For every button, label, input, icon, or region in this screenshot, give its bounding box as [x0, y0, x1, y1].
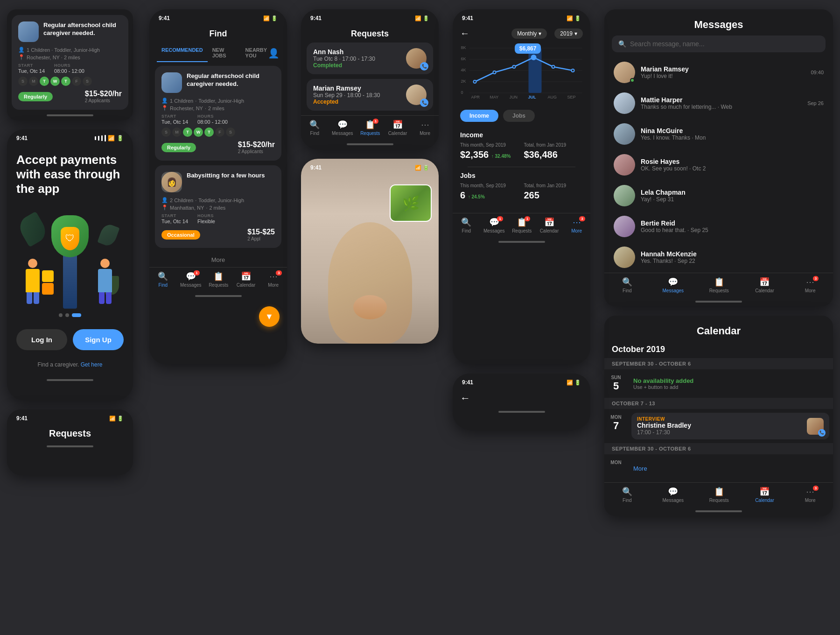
inc-nav-find[interactable]: 🔍 Find — [456, 217, 476, 233]
request-item-1[interactable]: Ann Nash Tue Otc 8 · 17:00 - 17:30 Compl… — [307, 42, 433, 74]
portrait-face — [328, 222, 412, 344]
tag-regularly[interactable]: Regularly — [18, 92, 53, 101]
msg-avatar-bertie — [614, 216, 635, 237]
find-job-card-2[interactable]: 👩 Babysitting for a few hours 👤2 Childre… — [155, 165, 281, 248]
svg-text:6K: 6K — [461, 56, 466, 61]
find-nav-icon: 🔍 — [158, 271, 168, 282]
filter-fab[interactable]: ▼ — [259, 306, 280, 327]
jobs-total-value: 265 — [524, 190, 583, 201]
find-tag-1[interactable]: Regularly — [161, 143, 196, 152]
week2-day-label: MON — [608, 415, 624, 420]
income-home-indicator — [498, 241, 545, 243]
bottom-back-arrow[interactable]: ← — [460, 392, 470, 404]
msg-calendar-label: Calendar — [755, 288, 774, 293]
find-day-M: M — [172, 127, 182, 137]
inc-nav-calendar[interactable]: 📅 Calendar — [539, 217, 560, 233]
req-messages-icon: 💬 — [337, 120, 348, 130]
cal-nav-calendar[interactable]: 📅 Calendar — [754, 487, 775, 503]
year-chevron: ▾ — [574, 30, 577, 37]
search-bar[interactable]: 🔍 Search message, name... — [612, 35, 826, 52]
inc-nav-messages[interactable]: 💬 Messages 1 — [483, 217, 505, 233]
request-status-1: Completed — [313, 62, 406, 69]
income-tab-income[interactable]: Income — [460, 110, 498, 122]
nav-messages[interactable]: 💬 Messages 1 — [180, 271, 202, 288]
msg-nav-requests[interactable]: 📋 Requests — [709, 277, 729, 293]
cal-nav-messages[interactable]: 💬 Messages — [663, 487, 684, 503]
nav-more[interactable]: ⋯ More 3 — [263, 271, 284, 288]
income-back-arrow[interactable]: ← — [460, 28, 469, 39]
phone-bottom: 9:41 📶 🔋 ← — [453, 374, 590, 430]
tab-new-jobs[interactable]: NEW JOBS — [208, 44, 241, 62]
req-nav-requests[interactable]: 📋 Requests 1 — [360, 120, 380, 136]
column-3: 9:41 📶 🔋 Requests Ann Nash Tue Otc 8 · 1… — [294, 0, 446, 635]
wifi-icon: 📶 — [108, 135, 115, 141]
inc-nav-requests[interactable]: 📋 Requests 1 — [511, 217, 532, 233]
cal-nav-find[interactable]: 🔍 Find — [617, 487, 637, 503]
msg-avatar-rosie — [614, 154, 635, 176]
find-scroll[interactable]: Regular afterschool child caregiver need… — [149, 62, 287, 267]
request-call-btn-2[interactable]: 📞 — [420, 99, 428, 107]
svg-text:SEP: SEP — [567, 95, 576, 99]
msg-item-nina[interactable]: Nina McGuire Yes. I know. Thanks · Mon — [608, 119, 829, 149]
cal-find-icon: 🔍 — [622, 487, 632, 497]
cal-nav-requests[interactable]: 📋 Requests — [709, 487, 729, 503]
msg-item-marian[interactable]: Marian Ramsey Yup! I love it! 09:40 — [608, 57, 829, 88]
year-selector[interactable]: 2019 ▾ — [554, 28, 583, 39]
income-status-icons: 📶 🔋 — [567, 15, 581, 21]
request-item-2[interactable]: Marian Ramsey Sun Sep 29 · 18:00 - 18:30… — [307, 79, 433, 111]
login-button[interactable]: Log In — [16, 329, 67, 350]
msg-find-icon: 🔍 — [622, 277, 632, 287]
profile-icon[interactable]: 👤 — [268, 48, 280, 59]
nav-calendar-label: Calendar — [237, 282, 256, 288]
find-tag-2[interactable]: Occasional — [161, 230, 200, 240]
msg-nav-messages[interactable]: 💬 Messages — [663, 277, 684, 293]
inc-nav-more[interactable]: ⋯ More 3 — [567, 217, 587, 233]
find-start-date-2: Tue, Otc 14 — [161, 219, 188, 224]
msg-nav-calendar[interactable]: 📅 Calendar — [754, 277, 775, 293]
calendar-more-btn[interactable]: More — [633, 463, 827, 474]
event-call-btn[interactable]: 📞 — [818, 429, 826, 437]
msg-more-badge: 3 — [813, 276, 819, 281]
signal-1 — [95, 136, 96, 140]
msg-nav-find[interactable]: 🔍 Find — [617, 277, 637, 293]
msg-preview-mattie: Thanks so much for lettering... · Web — [641, 104, 802, 110]
dot-1 — [59, 313, 63, 317]
tab-recommended[interactable]: RECOMMENDED — [157, 44, 208, 62]
find-day-T2: T — [204, 127, 214, 137]
get-here-link[interactable]: Get here — [81, 361, 103, 368]
find-more-btn[interactable]: More — [149, 253, 287, 267]
msg-content-rosie: Rosie Hayes OK. See you soon! · Otc 2 — [641, 158, 818, 172]
signup-button[interactable]: Sign Up — [73, 329, 124, 350]
msg-item-mattie[interactable]: Mattie Harper Thanks so much for letteri… — [608, 88, 829, 119]
msg-item-bertie[interactable]: Bertie Reid Good to hear that. · Sep 25 — [608, 211, 829, 242]
find-tabs: RECOMMENDED NEW JOBS NEARBY YOU — [149, 39, 287, 62]
nav-calendar[interactable]: 📅 Calendar — [236, 271, 256, 288]
req-nav-messages[interactable]: 💬 Messages — [332, 120, 353, 136]
income-tab-jobs[interactable]: Jobs — [503, 110, 535, 122]
week2-content[interactable]: INTERVIEW Christine Bradley 17:00 - 17:3… — [628, 409, 833, 443]
find-job-card-1[interactable]: Regular afterschool child caregiver need… — [155, 66, 281, 161]
find-day-F: F — [215, 127, 224, 137]
find-job-meta-2: 👤2 Children · Toddler, Junior-High — [161, 197, 275, 203]
req-nav-find[interactable]: 🔍 Find — [304, 120, 325, 136]
request-call-btn-1[interactable]: 📞 — [420, 62, 428, 71]
msg-item-rosie[interactable]: Rosie Hayes OK. See you soon! · Otc 2 — [608, 149, 829, 180]
msg-nav-more[interactable]: ⋯ More 3 — [800, 277, 820, 293]
calendar-nav-icon: 📅 — [241, 271, 251, 282]
total-value: $36,486 — [524, 149, 583, 160]
req-nav-more[interactable]: ⋯ More — [415, 120, 435, 136]
calendar-event[interactable]: INTERVIEW Christine Bradley 17:00 - 17:3… — [631, 413, 829, 439]
svg-point-14 — [531, 55, 537, 60]
inc-calendar-label: Calendar — [540, 228, 559, 233]
msg-item-hannah[interactable]: Hannah McKenzie Yes. Thanks! · Sep 22 — [608, 242, 829, 273]
req-nav-calendar[interactable]: 📅 Calendar — [387, 120, 408, 136]
month-selector[interactable]: Monthly ▾ — [511, 28, 547, 39]
cal-nav-more[interactable]: ⋯ More 3 — [800, 487, 820, 503]
msg-item-lela[interactable]: Lela Chapman Yay! · Sep 31 — [608, 180, 829, 211]
calendar-panel-title: Calendar — [604, 316, 833, 341]
nav-find[interactable]: 🔍 Find — [153, 271, 173, 288]
onboard-title: Accept payments with ease through the ap… — [16, 153, 124, 197]
nav-requests[interactable]: 📋 Requests — [208, 271, 229, 288]
msg-preview-marian: Yup! I love it! — [641, 73, 805, 79]
msg-online-dot — [630, 78, 635, 83]
